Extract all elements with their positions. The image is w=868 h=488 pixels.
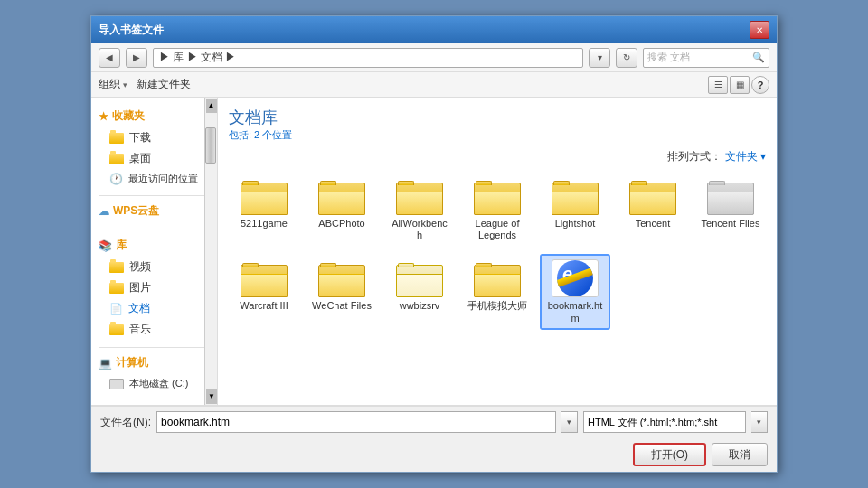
sidebar: ★ 收藏夹 下载 桌面 🕐 最近访问的位置 [91,98,218,405]
library-subtitle: 包括: 2 个位置 [229,128,766,142]
filetype-select[interactable]: HTML 文件 (*.html;*.htm;*.sht [583,411,746,433]
close-button[interactable]: ✕ [750,21,769,39]
ie-file-icon: e [552,259,599,297]
drive-icon [109,379,124,389]
star-icon: ★ [99,110,108,123]
folder-wechat[interactable]: WeChat Files [307,254,377,329]
folder-label: Tencent [636,218,671,230]
doc-icon: 📄 [109,303,123,315]
filename-input[interactable] [156,411,556,433]
folder-icon [109,324,124,335]
sidebar-item-desktop[interactable]: 桌面 [99,148,210,169]
folder-warcraft[interactable]: Warcraft III [229,254,299,329]
folder-label: 5211game [241,218,288,230]
folder-lightshot[interactable]: Lightshot [540,172,610,247]
new-folder-button[interactable]: 新建文件夹 [137,77,191,92]
folder-aliworkbench[interactable]: AliWorkbench [384,172,455,247]
content-area: ★ 收藏夹 下载 桌面 🕐 最近访问的位置 [91,98,777,405]
sidebar-item-recent[interactable]: 🕐 最近访问的位置 [99,169,210,188]
recent-icon: 🕐 [109,173,123,185]
search-icon: 🔍 [752,52,765,63]
folder-icon [109,154,124,164]
folder-icon-lg [629,177,676,215]
folder-label: WeChat Files [312,300,372,312]
title-bar: 导入书签文件 ✕ [91,16,777,43]
folder-icon-lg [241,177,288,215]
search-placeholder: 搜索 文档 [647,51,690,64]
folder-label: AliWorkbench [390,218,449,241]
view-buttons: ☰ ▦ ? [708,76,769,94]
favorites-section: ★ 收藏夹 下载 桌面 🕐 最近访问的位置 [91,105,217,192]
organize-button[interactable]: 组织 ▾ [99,77,127,92]
search-box[interactable]: 搜索 文档 🔍 [643,48,769,68]
folder-icon-lg [474,259,521,297]
folder-wwbizsrv[interactable]: wwbizsrv [384,254,455,329]
files-grid: 5211game ABCPhoto AliWorkbench [229,172,766,330]
folder-icon [109,262,124,273]
filename-label: 文件名(N): [100,415,151,430]
folder-abcphoto[interactable]: ABCPhoto [307,172,377,247]
main-content: 文档库 包括: 2 个位置 排列方式： 文件夹 ▾ 5211game [218,98,777,405]
dialog-title: 导入书签文件 [99,23,164,38]
library-section: 📚 库 视频 图片 📄 文档 音乐 [91,234,217,343]
sidebar-item-download[interactable]: 下载 [99,127,210,148]
address-bar[interactable]: ▶ 库 ▶ 文档 ▶ [153,48,583,68]
folder-tencent-files[interactable]: Tencent Files [695,172,766,247]
folder-label: League of Legends [467,218,527,241]
folder-phone-sim[interactable]: 手机模拟大师 [462,254,533,329]
bottom-bar: 文件名(N): ▾ HTML 文件 (*.html;*.htm;*.sht ▾ … [91,405,777,472]
folder-icon-lg [474,177,521,215]
folder-label: Tencent Files [702,218,760,230]
divider3 [99,347,210,348]
folder-icon-lg [318,259,365,297]
sidebar-item-pictures[interactable]: 图片 [99,277,210,298]
sort-value[interactable]: 文件夹 ▾ [725,149,766,164]
folder-icon-lg [552,177,599,215]
organize-toolbar: 组织 ▾ 新建文件夹 ☰ ▦ ? [91,72,777,98]
sidebar-item-drive-c[interactable]: 本地磁盘 (C:) [99,374,210,393]
sidebar-item-music[interactable]: 音乐 [99,319,210,340]
folder-label: wwbizsrv [400,300,440,312]
folder-icon [109,133,124,144]
divider1 [99,195,210,196]
action-buttons: 打开(O) 取消 [91,437,777,472]
help-button[interactable]: ? [751,76,769,94]
folder-icon-lg-open [396,259,443,297]
computer-header: 💻 计算机 [99,355,210,371]
wps-section: ☁ WPS云盘 [91,200,217,226]
folder-label: 手机模拟大师 [467,300,527,312]
sort-label: 排列方式： [667,149,722,164]
computer-section: 💻 计算机 本地磁盘 (C:) [91,352,217,397]
filename-dropdown-button[interactable]: ▾ [561,411,578,433]
list-view-button[interactable]: ☰ [708,76,728,94]
filetype-dropdown-button[interactable]: ▾ [751,411,768,433]
open-button[interactable]: 打开(O) [633,443,706,466]
library-title: 文档库 [229,107,766,128]
forward-button[interactable]: ▶ [126,48,147,68]
back-button[interactable]: ◀ [99,48,120,68]
folder-tencent[interactable]: Tencent [618,172,688,247]
grid-view-button[interactable]: ▦ [730,76,750,94]
divider2 [99,230,210,230]
sort-arrow: ▾ [760,150,766,163]
cloud-icon: ☁ [99,205,109,218]
folder-label: Lightshot [555,218,596,230]
folder-5211game[interactable]: 5211game [229,172,299,247]
wps-header: ☁ WPS云盘 [99,203,210,219]
cancel-button[interactable]: 取消 [712,443,768,466]
scrollbar-thumb[interactable] [205,127,216,164]
folder-label: Warcraft III [240,300,288,312]
sidebar-item-documents[interactable]: 📄 文档 [99,298,210,319]
sidebar-scrollbar[interactable]: ▲ ▼ [204,98,217,405]
pc-icon: 💻 [99,357,112,370]
lib-icon: 📚 [99,239,112,252]
refresh-button[interactable]: ↻ [616,48,637,68]
sidebar-item-video[interactable]: 视频 [99,257,210,277]
sort-bar: 排列方式： 文件夹 ▾ [229,149,766,164]
address-toolbar: ◀ ▶ ▶ 库 ▶ 文档 ▶ ▾ ↻ 搜索 文档 🔍 [91,43,777,72]
favorites-header: ★ 收藏夹 [99,108,210,124]
address-library: ▶ 库 ▶ 文档 ▶ [159,50,236,65]
file-bookmark[interactable]: e bookmark.htm [540,254,610,329]
address-dropdown-button[interactable]: ▾ [589,48,610,68]
folder-league[interactable]: League of Legends [462,172,533,247]
